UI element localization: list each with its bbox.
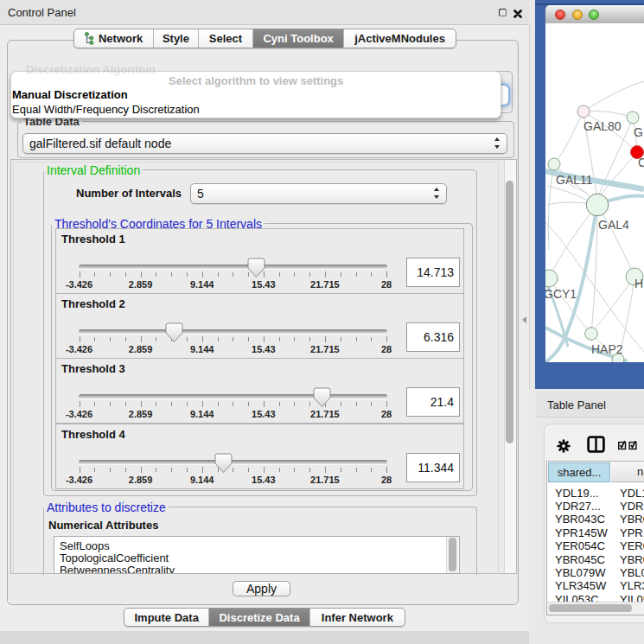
svg-text:G.: G. — [634, 125, 644, 139]
svg-text:GAL11: GAL11 — [556, 173, 593, 187]
svg-text:HAP2: HAP2 — [591, 342, 623, 356]
svg-text:GAL4: GAL4 — [598, 218, 629, 232]
svg-text:GAL80: GAL80 — [583, 119, 622, 133]
svg-text:GCY1: GCY1 — [545, 287, 577, 301]
svg-text:C: C — [638, 156, 644, 169]
svg-text:H: H — [634, 277, 643, 290]
